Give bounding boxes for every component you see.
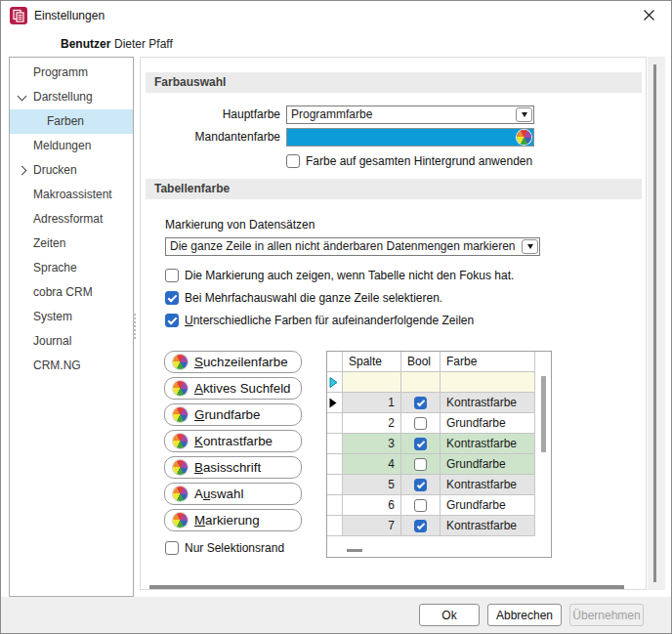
table-row[interactable]: 5 Kontrastfarbe	[327, 475, 551, 495]
sidebar-item-adressformat[interactable]: Adressformat	[10, 207, 133, 232]
sidebar-item-crm-ng[interactable]: CRM.NG	[10, 354, 133, 378]
color-wheel-icon	[173, 513, 188, 528]
settings-dialog: Einstellungen Benutzer Dieter Pfaff Prog…	[0, 0, 672, 634]
bool-checkbox[interactable]	[414, 479, 427, 491]
color-wheel-icon	[173, 355, 188, 369]
aktives-suchfeld-button[interactable]: Aktives Suchfeld	[164, 377, 302, 400]
sidebar-item-makroassistent[interactable]: Makroassistent	[10, 183, 133, 207]
titlebar: Einstellungen	[1, 1, 671, 30]
table-header-row: Spalte Bool Farbe	[327, 352, 551, 372]
table-row[interactable]: 7 Kontrastfarbe	[327, 516, 551, 536]
dropdown-arrow-button[interactable]	[522, 239, 538, 254]
color-wheel-icon	[173, 407, 188, 422]
content-panel: Farbauswahl Hauptfarbe Programmfarbe Man…	[140, 57, 647, 590]
table-hscrollbar-thumb[interactable]	[347, 549, 362, 552]
close-button[interactable]	[626, 1, 671, 30]
column-header-bool[interactable]: Bool	[401, 352, 441, 372]
sidebar-item-meldungen[interactable]: Meldungen	[10, 134, 133, 158]
auswahl-button[interactable]: Auswahl	[164, 483, 302, 505]
sidebar-item-programm[interactable]: Programm	[10, 61, 133, 85]
user-value: Dieter Pfaff	[114, 37, 173, 51]
checkbox-icon[interactable]	[165, 291, 179, 305]
filter-row-arrow-icon	[329, 377, 338, 388]
row-selector-cell[interactable]	[327, 454, 343, 475]
sidebar-item-system[interactable]: System	[10, 305, 133, 329]
sidebar-item-farben[interactable]: Farben	[10, 109, 133, 134]
row-selector-cell[interactable]	[327, 393, 343, 413]
chevron-down-icon	[527, 244, 533, 249]
table-row[interactable]: 6 Grundfarbe	[327, 495, 551, 516]
row-selector-cell[interactable]	[327, 434, 343, 454]
sidebar-item-zeiten[interactable]: Zeiten	[10, 232, 133, 256]
section-header-farbauswahl: Farbauswahl	[146, 72, 642, 93]
color-wheel-icon	[173, 434, 188, 448]
window-title: Einstellungen	[34, 9, 105, 22]
content-hscrollbar-thumb[interactable]	[149, 585, 624, 589]
column-header-selector	[327, 352, 343, 372]
dropdown-arrow-button[interactable]	[516, 107, 532, 122]
bool-checkbox[interactable]	[414, 417, 427, 430]
bool-checkbox[interactable]	[414, 499, 427, 512]
fokus-checkbox[interactable]: Die Markierung auch zeigen, wenn Tabelle…	[165, 268, 514, 283]
apply-button[interactable]: Übernehmen	[569, 604, 644, 626]
filter-row[interactable]	[327, 372, 551, 393]
markierung-button[interactable]: Markierung	[164, 509, 302, 531]
suchzeilenfarbe-button[interactable]: Suchzeilenfarbe	[164, 351, 302, 373]
column-header-farbe[interactable]: Farbe	[441, 352, 535, 372]
table-row[interactable]: 2 Grundfarbe	[327, 413, 551, 434]
markierung-select[interactable]: Die ganze Zeile in allen nicht änderbare…	[165, 237, 540, 256]
ok-button[interactable]: Ok	[419, 604, 480, 626]
row-selector-cell[interactable]	[327, 372, 343, 393]
color-wheel-icon	[173, 486, 188, 501]
sidebar-item-sprache[interactable]: Sprache	[10, 256, 133, 280]
checkbox-icon[interactable]	[165, 314, 179, 327]
column-header-spalte[interactable]: Spalte	[343, 352, 401, 372]
color-wheel-icon	[517, 130, 531, 145]
grundfarbe-button[interactable]: Grundfarbe	[164, 403, 302, 426]
section-header-tabellenfarbe: Tabellenfarbe	[146, 179, 642, 199]
mehrfachauswahl-checkbox[interactable]: Bei Mehrfachauswahl die ganze Zeile sele…	[165, 290, 442, 306]
row-selector-cell[interactable]	[327, 516, 343, 536]
footer: Ok Abbrechen Übernehmen	[1, 597, 671, 633]
checkbox-icon[interactable]	[286, 154, 300, 168]
sidebar-item-journal[interactable]: Journal	[10, 329, 133, 354]
table-vscrollbar-thumb[interactable]	[541, 376, 546, 452]
chevron-down-icon	[522, 112, 527, 117]
splitter-grip[interactable]	[133, 314, 136, 341]
row-selector-cell[interactable]	[327, 413, 343, 434]
checkbox-icon[interactable]	[165, 269, 179, 282]
hauptfarbe-select[interactable]: Programmfarbe	[286, 106, 534, 124]
user-label: Benutzer	[61, 37, 110, 51]
bool-checkbox[interactable]	[414, 438, 427, 450]
table-row[interactable]: 1 Kontrastfarbe	[327, 393, 551, 413]
farben-table: Spalte Bool Farbe 1 Kontrastfarbe	[326, 351, 552, 558]
bool-checkbox[interactable]	[414, 397, 427, 409]
chevron-right-icon[interactable]	[18, 166, 27, 176]
current-row-arrow-icon	[329, 398, 337, 408]
table-row[interactable]: 4 Grundfarbe	[327, 454, 551, 475]
color-wheel-icon	[173, 460, 188, 475]
basisschrift-button[interactable]: Basisschrift	[164, 456, 302, 479]
close-icon	[644, 9, 654, 23]
cancel-button[interactable]: Abbrechen	[487, 604, 562, 626]
bool-checkbox[interactable]	[414, 520, 427, 532]
sidebar-item-darstellung[interactable]: Darstellung	[10, 85, 133, 109]
app-icon	[10, 7, 27, 24]
row-selector-cell[interactable]	[327, 495, 343, 516]
hintergrund-checkbox[interactable]: Farbe auf gesamten Hintergrund anwenden	[286, 153, 532, 169]
selektionsrand-checkbox[interactable]: Nur Selektionsrand	[165, 540, 284, 556]
sidebar-item-cobra-crm[interactable]: cobra CRM	[10, 280, 133, 305]
chevron-down-icon[interactable]	[18, 92, 27, 102]
sidebar-item-drucken[interactable]: Drucken	[10, 158, 133, 183]
table-row[interactable]: 3 Kontrastfarbe	[327, 434, 551, 454]
markierung-label: Markierung von Datensätzen	[165, 218, 315, 232]
mandantenfarbe-colorbar[interactable]	[286, 128, 534, 147]
row-selector-cell[interactable]	[327, 475, 343, 495]
mandantenfarbe-label: Mandantenfarbe	[141, 128, 280, 147]
kontrastfarbe-button[interactable]: Kontrastfarbe	[164, 430, 302, 452]
content-vscrollbar-thumb[interactable]	[653, 64, 656, 582]
content-vscrollbar[interactable]	[648, 57, 665, 590]
zeilenfarben-checkbox[interactable]: Unterschiedliche Farben für aufeinanderf…	[165, 313, 474, 328]
bool-checkbox[interactable]	[414, 458, 427, 471]
checkbox-icon[interactable]	[165, 541, 179, 555]
